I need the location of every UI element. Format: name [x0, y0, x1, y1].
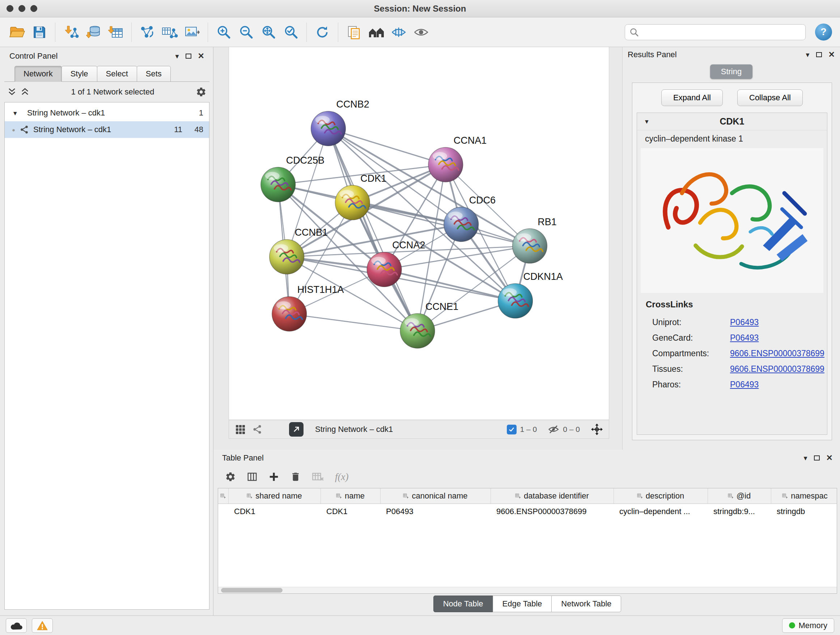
- network-node-cdc25b[interactable]: [261, 167, 295, 202]
- open-session-button[interactable]: [6, 21, 27, 43]
- panel-menu-icon[interactable]: ▾: [806, 51, 810, 58]
- column-header[interactable]: canonical name: [380, 488, 491, 504]
- delete-table-icon[interactable]: [312, 471, 324, 482]
- column-header[interactable]: name: [321, 488, 380, 504]
- network-node-ccna2[interactable]: [367, 252, 401, 287]
- panel-float-icon[interactable]: [814, 455, 820, 461]
- table-cell[interactable]: cyclin–dependent ...: [614, 504, 707, 519]
- column-header[interactable]: description: [614, 488, 707, 504]
- zoom-selected-button[interactable]: [280, 21, 302, 43]
- network-edge[interactable]: [328, 128, 417, 331]
- network-from-table-button[interactable]: [159, 21, 180, 43]
- table-cell[interactable]: CDK1: [321, 504, 380, 519]
- network-node-hist1h1a[interactable]: [272, 296, 307, 331]
- crosslink-link[interactable]: P06493: [730, 380, 759, 390]
- close-window-icon[interactable]: [6, 5, 13, 12]
- export-image-button[interactable]: [182, 21, 202, 43]
- disclosure-icon[interactable]: ▾: [13, 109, 23, 117]
- collapse-all-button[interactable]: Collapse All: [737, 89, 803, 106]
- table-cell[interactable]: stringdb: [771, 504, 837, 519]
- protein-section-header[interactable]: ▾ CDK1: [637, 113, 827, 130]
- column-header[interactable]: @id: [707, 488, 771, 504]
- zoom-window-icon[interactable]: [30, 5, 37, 12]
- network-edge[interactable]: [328, 128, 445, 165]
- expand-all-networks-icon[interactable]: [20, 88, 30, 96]
- collapse-section-icon[interactable]: ▾: [645, 117, 649, 126]
- network-node-ccne1[interactable]: [400, 314, 435, 348]
- import-network-file-button[interactable]: [60, 21, 81, 43]
- create-column-icon[interactable]: [268, 471, 279, 482]
- panel-close-icon[interactable]: ✕: [198, 52, 204, 60]
- network-edge[interactable]: [289, 314, 417, 331]
- table-options-gear-icon[interactable]: [225, 471, 236, 482]
- network-node-cdk1[interactable]: [335, 185, 370, 220]
- hide-elements-button[interactable]: [388, 21, 409, 43]
- delete-column-icon[interactable]: [290, 471, 301, 482]
- crosslink-link[interactable]: P06493: [730, 333, 759, 343]
- zoom-fit-button[interactable]: [258, 21, 279, 43]
- fit-content-crosshair-icon[interactable]: [591, 423, 603, 435]
- search-box[interactable]: [625, 24, 806, 40]
- warnings-button[interactable]: [32, 618, 53, 633]
- function-builder-icon[interactable]: f(x): [335, 471, 348, 483]
- selected-indicator-icon[interactable]: [507, 424, 516, 434]
- show-columns-icon[interactable]: [247, 471, 257, 482]
- collapse-all-networks-icon[interactable]: [7, 88, 17, 96]
- tab-node-table[interactable]: Node Table: [433, 595, 493, 612]
- network-from-selection-button[interactable]: [137, 21, 158, 43]
- tab-network[interactable]: Network: [14, 66, 62, 82]
- birdseye-button[interactable]: [366, 21, 387, 43]
- network-node-ccna1[interactable]: [428, 147, 463, 182]
- search-input[interactable]: [625, 24, 806, 40]
- tab-edge-table[interactable]: Edge Table: [493, 595, 552, 612]
- save-session-button[interactable]: [29, 21, 50, 43]
- network-node-cdkn1a[interactable]: [498, 283, 533, 318]
- table-row[interactable]: CDK1CDK1P064939606.ENSP00000378699cyclin…: [218, 504, 837, 519]
- zoom-in-button[interactable]: [213, 21, 234, 43]
- column-header[interactable]: shared name: [228, 488, 321, 504]
- table-cell[interactable]: stringdb:9...: [707, 504, 771, 519]
- network-overview-icon[interactable]: [252, 424, 262, 434]
- show-elements-button[interactable]: [411, 21, 431, 43]
- table-cell[interactable]: P06493: [380, 504, 491, 519]
- network-node-cdc6[interactable]: [444, 207, 478, 242]
- column-header[interactable]: namespac: [771, 488, 837, 504]
- network-options-gear-icon[interactable]: [196, 87, 207, 97]
- tab-select[interactable]: Select: [97, 66, 137, 82]
- hidden-indicator-icon[interactable]: [548, 424, 559, 434]
- panel-close-icon[interactable]: ✕: [829, 51, 835, 59]
- panel-menu-icon[interactable]: ▾: [804, 454, 807, 462]
- network-row[interactable]: ● String Network – cdk1 11 48: [5, 121, 209, 138]
- table-cell[interactable]: CDK1: [228, 504, 321, 519]
- help-button[interactable]: ?: [815, 24, 832, 41]
- grid-view-icon[interactable]: [235, 424, 246, 435]
- panel-close-icon[interactable]: ✕: [826, 454, 833, 462]
- minimize-window-icon[interactable]: [19, 5, 25, 12]
- network-node-ccnb1[interactable]: [270, 239, 304, 274]
- import-table-button[interactable]: [105, 21, 126, 43]
- horizontal-scrollbar[interactable]: [218, 587, 837, 593]
- table-cell[interactable]: 9606.ENSP00000378699: [491, 504, 614, 519]
- zoom-out-button[interactable]: [235, 21, 256, 43]
- panel-menu-icon[interactable]: ▾: [175, 52, 179, 60]
- detach-view-button[interactable]: [289, 422, 303, 437]
- crosslink-link[interactable]: 9606.ENSP00000378699: [730, 364, 824, 374]
- tab-string[interactable]: String: [710, 65, 752, 79]
- column-header[interactable]: database identifier: [491, 488, 614, 504]
- crosslink-link[interactable]: P06493: [730, 318, 759, 327]
- tab-network-table[interactable]: Network Table: [551, 595, 621, 612]
- annotation-button[interactable]: [343, 21, 364, 43]
- panel-float-icon[interactable]: [186, 54, 191, 59]
- network-node-ccnb2[interactable]: [311, 111, 346, 146]
- panel-float-icon[interactable]: [816, 52, 822, 57]
- scrollbar-thumb[interactable]: [221, 588, 283, 593]
- network-canvas[interactable]: CCNB2CCNA1CDC25BCDK1CDC6RB1CCNB1CCNA2CDK…: [229, 47, 609, 420]
- tab-style[interactable]: Style: [62, 66, 97, 82]
- tab-sets[interactable]: Sets: [137, 66, 171, 82]
- network-node-rb1[interactable]: [513, 229, 547, 264]
- memory-button[interactable]: Memory: [782, 618, 834, 633]
- import-network-database-button[interactable]: [83, 21, 104, 43]
- cloud-status-button[interactable]: [6, 618, 27, 633]
- network-collection-row[interactable]: ▾ String Network – cdk1 1: [5, 105, 209, 121]
- refresh-view-button[interactable]: [312, 21, 333, 43]
